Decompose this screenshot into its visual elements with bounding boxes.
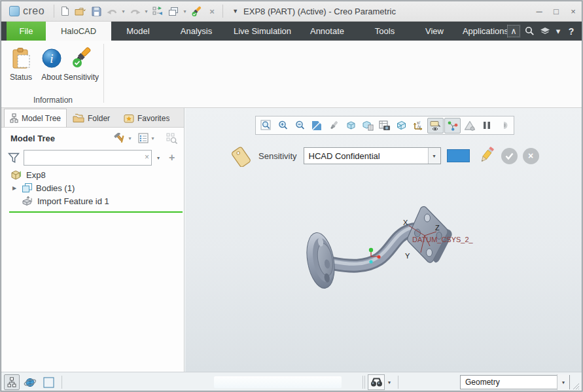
- axis-x-label: X: [403, 219, 408, 226]
- tree-search-button[interactable]: [166, 131, 179, 145]
- undo-icon: [107, 7, 118, 16]
- undo-dropdown[interactable]: ▾: [120, 9, 127, 14]
- ribbon-panel-halocad: Status i About Sensitivity Information: [1, 41, 582, 108]
- tab-live-simulation[interactable]: Live Simulation: [228, 22, 297, 41]
- spin-center-button[interactable]: [444, 118, 461, 134]
- pause-button[interactable]: [478, 118, 495, 134]
- tree-item-import-feature[interactable]: Import Feature id 1: [1, 194, 184, 207]
- about-info-icon: i: [41, 44, 63, 73]
- sensitivity-combobox[interactable]: HCAD Confidential ▾: [304, 147, 441, 164]
- tree-tools-button[interactable]: [113, 131, 126, 145]
- tab-halocad[interactable]: HaloCAD: [46, 22, 111, 41]
- graphics-area[interactable]: x//y Sensitivity HCAD Confidential: [185, 108, 582, 372]
- learning-connector-button[interactable]: [539, 25, 552, 38]
- toggle-model-tree-button[interactable]: [4, 374, 20, 390]
- command-search-button[interactable]: [523, 25, 536, 38]
- tree-insert-here-line[interactable]: [9, 211, 183, 213]
- new-file-button[interactable]: [57, 4, 73, 18]
- ribbon-group-information: Information: [4, 96, 102, 105]
- repaint-button[interactable]: [326, 118, 342, 134]
- help-button[interactable]: ?: [565, 25, 578, 38]
- part-icon: [10, 169, 23, 180]
- redo-dropdown[interactable]: ▾: [143, 9, 150, 14]
- search-model-button[interactable]: [368, 374, 385, 390]
- tab-view[interactable]: View: [415, 22, 454, 41]
- tab-tools[interactable]: Tools: [361, 22, 408, 41]
- close-button[interactable]: ×: [565, 3, 582, 19]
- navigator-tab-strip: Model Tree Folder Bro Favorites: [1, 108, 184, 128]
- model-tree-toolbar: Model Tree ▾ ▾: [1, 129, 184, 147]
- open-button[interactable]: [73, 4, 88, 18]
- tab-folder-browser[interactable]: Folder Bro: [67, 109, 118, 127]
- filter-dropdown-arrow[interactable]: ▾: [557, 374, 569, 390]
- maximize-button[interactable]: □: [548, 3, 565, 19]
- tree-settings-dropdown[interactable]: ▾: [149, 135, 156, 141]
- saved-orientations-button[interactable]: [360, 118, 376, 134]
- tree-settings-button[interactable]: [137, 131, 149, 145]
- ribbon-right-tools: ∧ ▾ ?: [507, 22, 578, 41]
- simulation-warning-button[interactable]: [461, 118, 478, 134]
- minimize-button[interactable]: ─: [531, 3, 548, 19]
- tree-filter-field: ×: [24, 150, 152, 166]
- model-display-button[interactable]: [188, 4, 204, 18]
- combo-dropdown-arrow[interactable]: ▾: [428, 148, 440, 164]
- redo-button[interactable]: [127, 4, 143, 18]
- status-button[interactable]: Status: [4, 44, 38, 94]
- edit-sensitivity-button[interactable]: [478, 145, 496, 166]
- web-browser-button[interactable]: [22, 374, 38, 390]
- brush-icon: [190, 6, 202, 17]
- expand-arrow-icon[interactable]: ▶: [10, 185, 18, 191]
- undo-button[interactable]: [104, 4, 120, 18]
- datum-display-button[interactable]: x//y: [410, 118, 427, 134]
- windows-button[interactable]: [166, 4, 181, 18]
- tab-favorites[interactable]: Favorites: [118, 109, 175, 127]
- tab-applications[interactable]: Applications: [458, 22, 513, 41]
- perspective-view-button[interactable]: [394, 118, 410, 134]
- display-style-button[interactable]: [343, 118, 359, 134]
- annotation-display-button[interactable]: [427, 118, 444, 134]
- fullscreen-toggle-button[interactable]: [41, 374, 56, 390]
- regenerate-button[interactable]: [150, 4, 166, 18]
- status-button-label: Status: [10, 73, 32, 82]
- close-window-group-button[interactable]: ×: [204, 4, 220, 18]
- tree-item-root[interactable]: Exp8: [1, 168, 184, 181]
- windows-dropdown[interactable]: ▾: [181, 9, 188, 14]
- tree-filter-input[interactable]: [24, 150, 152, 166]
- cancel-button[interactable]: ×: [523, 148, 539, 164]
- apply-button[interactable]: [501, 148, 518, 164]
- zoom-window-button[interactable]: [258, 118, 274, 134]
- part-3d-model[interactable]: X Y Z DATUM_CSYS_2_: [296, 202, 519, 310]
- learning-dropdown[interactable]: ▾: [554, 25, 562, 38]
- resume-button[interactable]: [495, 118, 512, 134]
- title-caret-icon[interactable]: ▼: [232, 8, 238, 14]
- x-icon: ×: [528, 151, 533, 161]
- ribbon-tab-bar: File HaloCAD Model Analysis Live Simulat…: [1, 22, 582, 41]
- sensitivity-color-swatch: [447, 149, 470, 162]
- tab-file[interactable]: File: [7, 22, 46, 41]
- sensitivity-bar: Sensitivity HCAD Confidential ▾ ×: [228, 143, 539, 168]
- sensitivity-button-label: Sensitivity: [63, 73, 99, 82]
- refit-button[interactable]: [309, 118, 325, 134]
- clear-filter-icon[interactable]: ×: [145, 152, 149, 162]
- about-button-label: About: [41, 73, 62, 82]
- tab-annotate[interactable]: Annotate: [302, 22, 352, 41]
- filter-dropdown[interactable]: ▾: [153, 150, 164, 166]
- save-button[interactable]: [88, 4, 104, 18]
- tab-model[interactable]: Model: [113, 22, 164, 41]
- sensitivity-ribbon-button[interactable]: Sensitivity: [62, 44, 101, 94]
- tab-model-tree[interactable]: Model Tree: [4, 109, 67, 127]
- tree-item-bodies-label: Bodies (1): [36, 183, 75, 193]
- tab-analysis[interactable]: Analysis: [169, 22, 224, 41]
- selection-filter-combobox[interactable]: Geometry ▾: [460, 375, 570, 389]
- view-manager-button[interactable]: [377, 118, 393, 134]
- zoom-out-button[interactable]: [292, 118, 308, 134]
- tree-item-bodies[interactable]: ▶ Bodies (1): [1, 181, 184, 194]
- add-filter-button[interactable]: +: [169, 152, 175, 164]
- tree-tools-dropdown[interactable]: ▾: [126, 135, 133, 141]
- model-tree-filter-row: × ▾ +: [1, 149, 184, 167]
- resize-grip[interactable]: [573, 383, 580, 390]
- divider: [364, 376, 365, 389]
- zoom-in-button[interactable]: [275, 118, 291, 134]
- collapse-ribbon-button[interactable]: ∧: [507, 25, 520, 37]
- search-dropdown[interactable]: ▾: [385, 375, 394, 389]
